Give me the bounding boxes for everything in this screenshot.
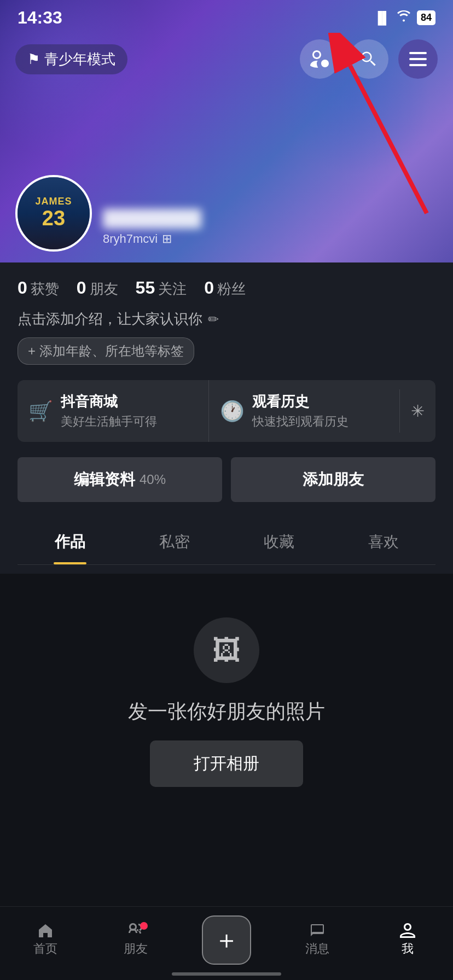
open-album-button[interactable]: 打开相册 — [150, 740, 303, 787]
friend-notification-dot — [140, 922, 148, 930]
nav-item-home[interactable]: 首页 — [0, 923, 91, 957]
edit-progress: 40% — [140, 472, 166, 487]
username-row — [103, 209, 438, 229]
youth-mode-button[interactable]: ⚑ 青少年模式 — [15, 44, 127, 74]
history-link-subtitle: 快速找到观看历史 — [252, 413, 349, 430]
status-time: 14:33 — [18, 8, 62, 28]
youth-mode-label: 青少年模式 — [44, 50, 115, 69]
history-link-title: 观看历史 — [252, 392, 349, 411]
following-label: 关注 — [158, 279, 187, 299]
search-icon-button[interactable] — [349, 39, 388, 79]
jersey-number: 23 — [42, 207, 65, 230]
user-id-row: 8ryh7mcvi ⊞ — [103, 232, 438, 246]
edit-bio-icon[interactable]: ✏ — [208, 312, 219, 327]
stat-following: 55 关注 — [136, 278, 187, 299]
history-link-text: 观看历史 快速找到观看历史 — [252, 392, 349, 430]
quick-link-history[interactable]: 🕐 观看历史 快速找到观看历史 — [208, 380, 400, 442]
edit-profile-button[interactable]: 编辑资料 40% — [18, 457, 222, 502]
tab-likes[interactable]: 喜欢 — [331, 520, 435, 564]
add-video-button[interactable]: ＋ — [202, 915, 251, 965]
tab-favorites[interactable]: 收藏 — [226, 520, 331, 564]
friends-label: 朋友 — [90, 279, 118, 299]
photo-icon: 🖼 — [212, 634, 241, 667]
add-friend-label: 添加朋友 — [303, 469, 364, 490]
plus-icon: ＋ — [214, 923, 239, 957]
nav-home-label: 首页 — [33, 941, 57, 957]
profile-info: 8ryh7mcvi ⊞ — [103, 209, 438, 252]
nav-item-friends[interactable]: 朋友 — [91, 923, 182, 957]
menu-icon-button[interactable] — [398, 39, 438, 79]
svg-rect-2 — [409, 64, 427, 66]
nav-item-messages[interactable]: 消息 — [272, 923, 363, 957]
likes-label: 获赞 — [31, 279, 59, 299]
stat-followers: 0 粉丝 — [204, 278, 246, 299]
content-tabs: 作品 私密 收藏 喜欢 — [18, 520, 435, 565]
nav-item-add[interactable]: ＋ — [181, 915, 272, 965]
stats-row: 0 获赞 0 朋友 55 关注 0 粉丝 — [18, 278, 435, 299]
jersey-name: JAMES — [35, 196, 72, 207]
stat-friends: 0 朋友 — [77, 278, 118, 299]
bottom-nav: 首页 朋友 ＋ 消息 我 — [0, 906, 453, 980]
home-indicator — [172, 972, 281, 976]
signal-icon: ▐▌ — [374, 11, 391, 25]
history-icon: 🕐 — [220, 400, 245, 423]
nav-right-icons — [300, 39, 438, 79]
profile-header-bg: ⚑ 青少年模式 — [0, 0, 453, 262]
following-count: 55 — [136, 278, 155, 298]
bio-row[interactable]: 点击添加介绍，让大家认识你 ✏ — [18, 310, 435, 329]
top-nav: ⚑ 青少年模式 — [0, 39, 453, 79]
action-buttons: 编辑资料 40% 添加朋友 — [18, 457, 435, 502]
profile-section: JAMES 23 8ryh7mcvi ⊞ — [15, 175, 438, 252]
shop-link-title: 抖音商城 — [61, 392, 157, 411]
add-tags-button[interactable]: + 添加年龄、所在地等标签 — [18, 337, 194, 365]
empty-state: 🖼 发一张你好朋友的照片 打开相册 — [0, 574, 453, 831]
bio-text: 点击添加介绍，让大家认识你 — [18, 310, 202, 329]
content-area: 0 获赞 0 朋友 55 关注 0 粉丝 点击添加介绍，让大家认识你 ✏ + 添… — [0, 262, 453, 918]
followers-count: 0 — [204, 278, 214, 298]
avatar-inner: JAMES 23 — [18, 177, 90, 249]
avatar-container: JAMES 23 — [15, 175, 92, 252]
wifi-icon — [396, 10, 411, 26]
asterisk-icon: ✳ — [411, 401, 425, 421]
add-friend-button[interactable]: 添加朋友 — [231, 457, 435, 502]
friends-count: 0 — [77, 278, 86, 298]
qr-icon: ⊞ — [162, 232, 172, 246]
status-bar: 14:33 ▐▌ 84 — [0, 0, 453, 32]
followers-label: 粉丝 — [217, 279, 246, 299]
avatar: JAMES 23 — [15, 175, 92, 252]
quick-link-more[interactable]: ✳ — [399, 389, 435, 433]
user-id-text: 8ryh7mcvi — [103, 232, 158, 246]
empty-state-title: 发一张你好朋友的照片 — [128, 698, 325, 725]
tab-private[interactable]: 私密 — [122, 520, 226, 564]
tags-row: + 添加年龄、所在地等标签 — [18, 337, 435, 365]
tab-works[interactable]: 作品 — [18, 520, 122, 564]
nav-messages-label: 消息 — [305, 941, 329, 957]
stat-likes: 0 获赞 — [18, 278, 59, 299]
shop-icon: 🛒 — [28, 400, 53, 423]
nav-item-me[interactable]: 我 — [362, 923, 453, 957]
nav-me-label: 我 — [402, 941, 414, 957]
quick-link-shop[interactable]: 🛒 抖音商城 美好生活触手可得 — [18, 380, 208, 442]
stats-section: 0 获赞 0 朋友 55 关注 0 粉丝 点击添加介绍，让大家认识你 ✏ + 添… — [0, 262, 453, 574]
friends-icon-button[interactable] — [300, 39, 339, 79]
youth-mode-icon: ⚑ — [27, 51, 40, 68]
shop-link-subtitle: 美好生活触手可得 — [61, 413, 157, 430]
shop-link-text: 抖音商城 美好生活触手可得 — [61, 392, 157, 430]
likes-count: 0 — [18, 278, 27, 298]
edit-profile-label: 编辑资料 — [74, 469, 135, 490]
username-blurred — [103, 209, 201, 229]
battery-indicator: 84 — [417, 10, 435, 25]
empty-icon-circle: 🖼 — [194, 617, 259, 683]
nav-friends-label: 朋友 — [124, 941, 148, 957]
status-icons: ▐▌ 84 — [374, 10, 435, 26]
svg-rect-0 — [409, 52, 427, 54]
svg-rect-1 — [409, 58, 427, 60]
quick-links: 🛒 抖音商城 美好生活触手可得 🕐 观看历史 快速找到观看历史 ✳ — [18, 380, 435, 442]
